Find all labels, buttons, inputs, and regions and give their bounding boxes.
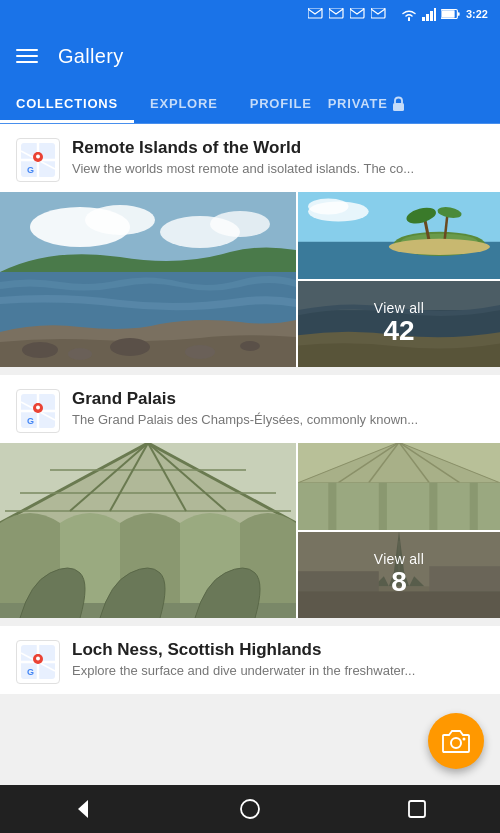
app-bar: Gallery xyxy=(0,28,500,84)
collection-info-2: Grand Palais The Grand Palais des Champs… xyxy=(72,389,484,427)
svg-rect-2 xyxy=(350,8,364,18)
tab-bar: COLLECTIONS EXPLORE PROFILE PRIVATE xyxy=(0,84,500,124)
view-all-text-1: View all xyxy=(374,300,424,316)
email-icon-3 xyxy=(350,8,366,20)
nav-recents-button[interactable] xyxy=(387,785,447,833)
view-all-text-2: View all xyxy=(374,551,424,567)
collection-desc-3: Explore the surface and dive underwater … xyxy=(72,663,484,678)
svg-marker-89 xyxy=(78,800,88,818)
svg-rect-0 xyxy=(308,8,322,18)
fab-camera[interactable] xyxy=(428,713,484,769)
status-icons: 3:22 xyxy=(308,5,488,23)
collection-card-loch-ness[interactable]: G Loch Ness, Scottish Highlands Explore … xyxy=(0,626,500,694)
tab-private[interactable]: PRIVATE xyxy=(328,84,421,123)
svg-rect-72 xyxy=(470,483,478,530)
view-all-count-2: 8 xyxy=(391,567,407,598)
menu-button[interactable] xyxy=(16,49,38,63)
img-right-top-2 xyxy=(298,443,500,530)
collection-info-3: Loch Ness, Scottish Highlands Explore th… xyxy=(72,640,484,678)
maps-icon-2: G xyxy=(16,389,60,433)
nav-home-button[interactable] xyxy=(220,785,280,833)
svg-rect-6 xyxy=(430,11,433,21)
collection-desc-1: View the worlds most remote and isolated… xyxy=(72,161,484,176)
view-all-overlay-1: View all 42 xyxy=(298,281,500,368)
svg-point-29 xyxy=(185,345,215,359)
svg-point-51 xyxy=(36,406,40,410)
img-right-2: View all 8 xyxy=(298,443,500,618)
svg-text:G: G xyxy=(27,416,34,426)
email-icon-1 xyxy=(308,8,324,20)
collection-title-3: Loch Ness, Scottish Highlands xyxy=(72,640,484,660)
img-left-1 xyxy=(0,192,296,367)
collection-card-grand-palais[interactable]: G Grand Palais The Grand Palais des Cham… xyxy=(0,375,500,618)
collection-desc-2: The Grand Palais des Champs-Élysées, com… xyxy=(72,412,484,427)
tab-collections[interactable]: COLLECTIONS xyxy=(0,84,134,123)
svg-rect-11 xyxy=(393,103,404,111)
svg-point-18 xyxy=(36,155,40,159)
app-title: Gallery xyxy=(58,45,123,68)
svg-point-30 xyxy=(240,341,260,351)
home-icon xyxy=(239,798,261,820)
battery-icon xyxy=(441,8,461,20)
collection-info-1: Remote Islands of the World View the wor… xyxy=(72,138,484,176)
svg-point-87 xyxy=(451,738,461,748)
img-left-2 xyxy=(0,443,296,618)
recents-icon xyxy=(407,799,427,819)
svg-rect-7 xyxy=(434,8,436,21)
google-maps-logo-3: G xyxy=(19,643,57,681)
back-icon xyxy=(72,798,94,820)
svg-rect-70 xyxy=(379,483,387,530)
email-icon-4 xyxy=(371,8,387,20)
tab-profile[interactable]: PROFILE xyxy=(234,84,328,123)
view-all-overlay-2: View all 8 xyxy=(298,532,500,619)
maps-icon-1: G xyxy=(16,138,60,182)
google-maps-logo-1: G xyxy=(19,141,57,179)
img-right-1: View all 42 xyxy=(298,192,500,367)
collection-card-remote-islands[interactable]: G Remote Islands of the World View the w… xyxy=(0,124,500,367)
collection-title-1: Remote Islands of the World xyxy=(72,138,484,158)
svg-rect-3 xyxy=(371,8,385,18)
img-right-bottom-1[interactable]: View all 42 xyxy=(298,281,500,368)
status-bar: 3:22 xyxy=(0,0,500,28)
svg-point-90 xyxy=(241,800,259,818)
svg-rect-91 xyxy=(409,801,425,817)
google-maps-logo-2: G xyxy=(19,392,57,430)
wifi-icon xyxy=(401,8,417,21)
camera-icon xyxy=(442,729,470,753)
svg-point-22 xyxy=(85,205,155,235)
view-all-count-1: 42 xyxy=(383,316,414,347)
collections-content: G Remote Islands of the World View the w… xyxy=(0,124,500,777)
svg-rect-1 xyxy=(329,8,343,18)
svg-rect-10 xyxy=(442,10,455,17)
tab-explore[interactable]: EXPLORE xyxy=(134,84,234,123)
image-grid-1: View all 42 xyxy=(0,192,500,367)
maps-icon-3: G xyxy=(16,640,60,684)
svg-point-27 xyxy=(68,348,92,360)
collection-title-2: Grand Palais xyxy=(72,389,484,409)
nav-back-button[interactable] xyxy=(53,785,113,833)
svg-text:G: G xyxy=(27,165,34,175)
lock-icon xyxy=(392,96,405,111)
signal-icon xyxy=(422,8,436,21)
svg-rect-4 xyxy=(422,17,425,21)
collection-header-2: G Grand Palais The Grand Palais des Cham… xyxy=(0,375,500,443)
svg-rect-5 xyxy=(426,14,429,21)
img-right-top-1 xyxy=(298,192,500,279)
svg-point-24 xyxy=(210,211,270,237)
image-grid-2: View all 8 xyxy=(0,443,500,618)
svg-point-26 xyxy=(22,342,58,358)
svg-rect-69 xyxy=(328,483,336,530)
svg-rect-9 xyxy=(458,12,460,16)
email-icon-2 xyxy=(329,8,345,20)
collection-header-3: G Loch Ness, Scottish Highlands Explore … xyxy=(0,626,500,694)
svg-point-40 xyxy=(389,239,490,255)
svg-point-85 xyxy=(36,657,40,661)
bottom-nav xyxy=(0,785,500,833)
time-display: 3:22 xyxy=(466,8,488,20)
svg-point-88 xyxy=(463,738,466,741)
svg-text:G: G xyxy=(27,667,34,677)
svg-rect-71 xyxy=(429,483,437,530)
svg-point-28 xyxy=(110,338,150,356)
img-right-bottom-2[interactable]: View all 8 xyxy=(298,532,500,619)
collection-header: G Remote Islands of the World View the w… xyxy=(0,124,500,192)
